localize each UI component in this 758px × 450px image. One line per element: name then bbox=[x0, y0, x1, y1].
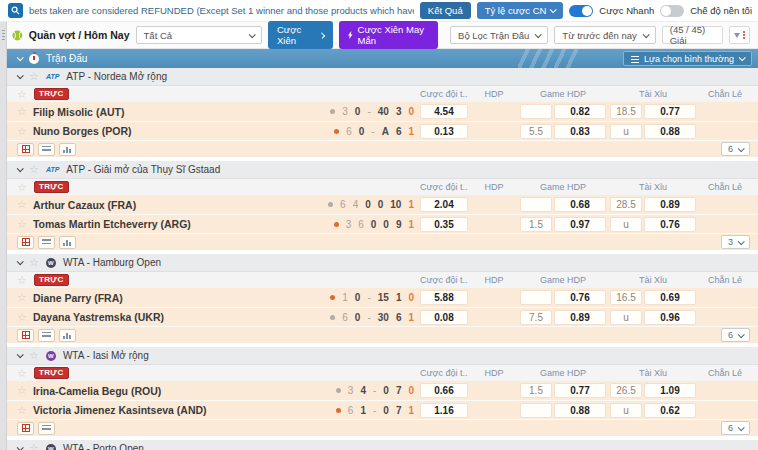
game-hdp-line[interactable] bbox=[520, 403, 552, 418]
star-icon[interactable]: ☆ bbox=[17, 219, 27, 230]
left-resize-rail[interactable] bbox=[0, 22, 7, 450]
odds-game-hdp[interactable]: 0.77 bbox=[554, 383, 606, 398]
statistics-icon[interactable] bbox=[38, 329, 55, 342]
star-icon[interactable]: ☆ bbox=[29, 164, 39, 175]
odds-over-under[interactable]: 0.96 bbox=[644, 310, 696, 325]
casino-markets-icon[interactable] bbox=[17, 422, 34, 435]
star-icon[interactable]: ☆ bbox=[17, 292, 27, 303]
odds-over-under[interactable]: 0.77 bbox=[644, 104, 696, 119]
game-hdp-line[interactable] bbox=[520, 104, 552, 119]
over-under-line[interactable]: u bbox=[610, 403, 642, 418]
chevron-down-icon[interactable] bbox=[17, 258, 24, 265]
chart-icon[interactable] bbox=[59, 236, 76, 249]
odds-moneyline[interactable]: 0.13 bbox=[420, 124, 468, 139]
star-icon[interactable]: ☆ bbox=[17, 405, 27, 416]
league-header[interactable]: ☆ W WTA - Hamburg Open bbox=[7, 254, 758, 272]
odds-game-hdp[interactable]: 0.76 bbox=[554, 290, 606, 305]
chevron-down-icon bbox=[738, 238, 745, 245]
odds-game-hdp[interactable]: 0.83 bbox=[554, 124, 606, 139]
more-markets-button[interactable]: 6 bbox=[721, 142, 750, 156]
odds-moneyline[interactable]: 0.08 bbox=[420, 310, 468, 325]
odds-over-under[interactable]: 0.76 bbox=[644, 217, 696, 232]
more-markets-button[interactable]: 6 bbox=[721, 328, 750, 342]
chevron-down-icon[interactable] bbox=[17, 444, 24, 450]
statistics-icon[interactable] bbox=[38, 236, 55, 249]
search-icon[interactable] bbox=[8, 3, 23, 18]
odds-over-under[interactable]: 0.62 bbox=[644, 403, 696, 418]
odds-over-under[interactable]: 0.88 bbox=[644, 124, 696, 139]
odds-game-hdp[interactable]: 0.82 bbox=[554, 104, 606, 119]
chevron-down-icon[interactable] bbox=[17, 165, 24, 172]
odds-game-hdp[interactable]: 0.89 bbox=[554, 310, 606, 325]
odds-type-dropdown[interactable]: Tỷ lệ cược CN bbox=[477, 2, 564, 19]
sort-icon[interactable] bbox=[729, 26, 750, 44]
odds-game-hdp[interactable]: 0.97 bbox=[554, 217, 606, 232]
statistics-icon[interactable] bbox=[38, 422, 55, 435]
odds-moneyline[interactable]: 1.16 bbox=[420, 403, 468, 418]
league-filter-select[interactable]: Tất Cả bbox=[136, 26, 262, 44]
odds-game-hdp[interactable]: 0.68 bbox=[554, 197, 606, 212]
lucky-parlay-button[interactable]: Cược Xiên May Mắn bbox=[339, 21, 438, 49]
star-icon[interactable]: ☆ bbox=[17, 106, 27, 117]
more-markets-button[interactable]: 3 bbox=[721, 235, 750, 249]
league-header[interactable]: ☆ ATP ATP - Nordea Mở rộng bbox=[7, 68, 758, 86]
game-hdp-line[interactable]: 5.5 bbox=[520, 124, 552, 139]
statistics-icon[interactable] bbox=[38, 143, 55, 156]
odds-moneyline[interactable]: 0.35 bbox=[420, 217, 468, 232]
over-under-line[interactable]: u bbox=[610, 310, 642, 325]
parlay-button[interactable]: Cược Xiên bbox=[268, 21, 333, 49]
dark-mode-toggle[interactable] bbox=[660, 5, 684, 17]
game-hdp-line[interactable] bbox=[520, 197, 552, 212]
chevron-down-icon[interactable] bbox=[17, 54, 24, 61]
star-icon[interactable]: ☆ bbox=[17, 312, 27, 323]
over-under-line[interactable]: 28.5 bbox=[610, 197, 642, 212]
star-icon[interactable]: ☆ bbox=[17, 126, 27, 137]
odds-moneyline[interactable]: 4.54 bbox=[420, 104, 468, 119]
odds-over-under[interactable]: 0.89 bbox=[644, 197, 696, 212]
time-filter-select[interactable]: Từ trước đến nay bbox=[554, 26, 655, 44]
chevron-down-icon[interactable] bbox=[17, 72, 24, 79]
chevron-down-icon[interactable] bbox=[17, 351, 24, 358]
star-icon[interactable]: ☆ bbox=[29, 443, 39, 450]
view-mode-select[interactable]: Lựa chọn bình thường bbox=[623, 51, 752, 66]
star-icon[interactable]: ☆ bbox=[29, 257, 39, 268]
casino-markets-icon[interactable] bbox=[17, 143, 34, 156]
league-name: WTA - Iasi Mở rộng bbox=[63, 350, 149, 361]
over-under-line[interactable]: u bbox=[610, 124, 642, 139]
casino-markets-icon[interactable] bbox=[17, 329, 34, 342]
game-hdp-line[interactable]: 1.5 bbox=[520, 217, 552, 232]
over-under-line[interactable]: 16.5 bbox=[610, 290, 642, 305]
star-icon[interactable]: ☆ bbox=[29, 350, 39, 361]
score-token: 0 bbox=[408, 292, 414, 303]
results-button[interactable]: Kết Quả bbox=[420, 2, 471, 19]
over-under-line[interactable]: 18.5 bbox=[610, 104, 642, 119]
odds-moneyline[interactable]: 2.04 bbox=[420, 197, 468, 212]
chart-icon[interactable] bbox=[59, 143, 76, 156]
odds-moneyline[interactable]: 0.66 bbox=[420, 383, 468, 398]
over-under-line[interactable]: u bbox=[610, 217, 642, 232]
league-header[interactable]: ☆ W WTA - Porto Open bbox=[7, 440, 758, 450]
odds-game-hdp[interactable]: 0.88 bbox=[554, 403, 606, 418]
game-hdp-line[interactable]: 7.5 bbox=[520, 310, 552, 325]
game-hdp-line[interactable] bbox=[520, 290, 552, 305]
chart-icon[interactable] bbox=[59, 329, 76, 342]
star-icon[interactable]: ☆ bbox=[17, 368, 27, 379]
league-header[interactable]: ☆ ATP ATP - Giải mở của Thụy Sĩ Gstaad bbox=[7, 161, 758, 179]
quick-bet-toggle[interactable] bbox=[569, 5, 593, 17]
over-under-line[interactable]: 26.5 bbox=[610, 383, 642, 398]
league-header[interactable]: ☆ W WTA - Iasi Mở rộng bbox=[7, 347, 758, 365]
star-icon[interactable]: ☆ bbox=[17, 385, 27, 396]
star-icon[interactable]: ☆ bbox=[29, 71, 39, 82]
odds-over-under[interactable]: 1.09 bbox=[644, 383, 696, 398]
match-filter-select[interactable]: Bộ Lọc Trận Đấu bbox=[450, 26, 548, 44]
casino-markets-icon[interactable] bbox=[17, 236, 34, 249]
star-icon[interactable]: ☆ bbox=[17, 89, 27, 100]
odds-moneyline[interactable]: 5.88 bbox=[420, 290, 468, 305]
odds-over-under[interactable]: 0.69 bbox=[644, 290, 696, 305]
star-icon[interactable]: ☆ bbox=[17, 199, 27, 210]
column-header-over-under: Tài Xỉu bbox=[610, 182, 696, 192]
game-hdp-line[interactable]: 1.5 bbox=[520, 383, 552, 398]
more-markets-button[interactable]: 6 bbox=[721, 421, 750, 435]
star-icon[interactable]: ☆ bbox=[17, 275, 27, 286]
star-icon[interactable]: ☆ bbox=[17, 182, 27, 193]
